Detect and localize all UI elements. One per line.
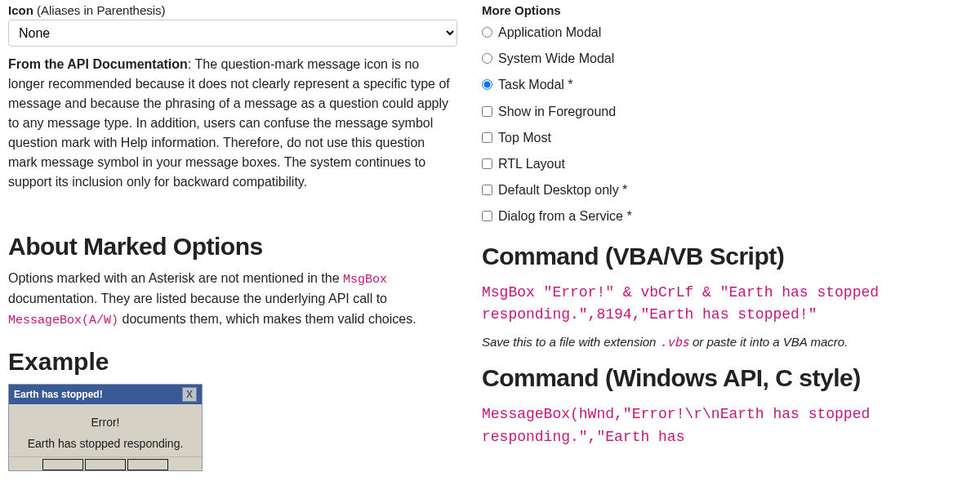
option-row: Application Modal [482, 21, 972, 43]
close-icon[interactable]: X [182, 387, 197, 402]
option-row: System Wide Modal [482, 47, 972, 69]
option-row: Task Modal * [482, 74, 972, 96]
more-options-list: Application ModalSystem Wide ModalTask M… [482, 21, 972, 228]
option-label: Application Modal [498, 21, 601, 43]
cmd-c-code: MessageBox(hWnd,"Error!\r\nEarth has sto… [482, 403, 972, 449]
icon-select[interactable]: None [8, 20, 457, 47]
option-label: Default Desktop only * [498, 179, 627, 201]
option-row: Dialog from a Service * [482, 205, 972, 227]
more-options-label: More Options [482, 3, 972, 17]
api-doc-note: From the API Documentation: The question… [8, 55, 457, 192]
about-code-msgbox: MsgBox [343, 273, 387, 287]
cmd-vba-code: MsgBox "Error!" & vbCrLf & "Earth has st… [482, 282, 972, 327]
option-checkbox[interactable] [482, 132, 492, 143]
option-label: System Wide Modal [498, 47, 614, 69]
api-doc-lead: From the API Documentation [8, 57, 188, 71]
msgbox-button[interactable] [127, 459, 168, 470]
msgbox-body: Error! Earth has stopped responding. [9, 404, 202, 457]
cmd-vba-heading: Command (VBA/VB Script) [482, 243, 972, 270]
about-heading: About Marked Options [8, 233, 457, 261]
about-paragraph: Options marked with an Asterisk are not … [8, 269, 457, 330]
option-radio[interactable] [482, 27, 492, 38]
option-row: Top Most [482, 127, 972, 149]
option-label: RTL Layout [498, 153, 565, 175]
msgbox-button[interactable] [42, 459, 83, 470]
vba-hint-2: or paste it into a VBA macro. [689, 335, 849, 349]
option-radio[interactable] [482, 53, 492, 64]
about-text-2: documentation. They are listed because t… [8, 292, 387, 305]
option-label: Dialog from a Service * [498, 205, 632, 227]
icon-label-paren: (Aliases in Parenthesis) [37, 3, 166, 17]
icon-label: Icon (Aliases in Parenthesis) [8, 3, 457, 17]
cmd-c-heading: Command (Windows API, C style) [482, 364, 972, 392]
option-label: Show in Foreground [498, 100, 616, 122]
msgbox-button[interactable] [85, 459, 126, 470]
msgbox-buttons [9, 457, 202, 470]
option-radio[interactable] [482, 79, 492, 90]
option-checkbox[interactable] [482, 106, 492, 117]
option-checkbox[interactable] [482, 158, 492, 169]
msgbox-titlebar: Earth has stopped! X [9, 385, 202, 404]
icon-label-bold: Icon [8, 3, 33, 17]
about-code-messagebox: MessageBox(A/W) [8, 314, 118, 327]
option-checkbox[interactable] [482, 185, 492, 195]
option-label: Top Most [498, 127, 551, 149]
example-heading: Example [8, 348, 457, 376]
msgbox-title-text: Earth has stopped! [14, 389, 103, 400]
about-text-3: documents them, which makes them valid c… [118, 312, 416, 326]
vba-hint: Save this to a file with extension .vbs … [482, 335, 972, 350]
vba-hint-1: Save this to a file with extension [482, 335, 660, 349]
option-label: Task Modal * [498, 74, 573, 96]
option-row: Default Desktop only * [482, 179, 972, 201]
msgbox-line1: Error! [16, 416, 195, 429]
option-row: RTL Layout [482, 153, 972, 175]
msgbox-line2: Earth has stopped responding. [16, 437, 195, 450]
example-msgbox: Earth has stopped! X Error! Earth has st… [8, 384, 203, 471]
option-row: Show in Foreground [482, 100, 972, 122]
vba-hint-code: .vbs [660, 335, 689, 350]
about-text-1: Options marked with an Asterisk are not … [8, 271, 343, 285]
more-options-label-text: More Options [482, 3, 561, 17]
option-checkbox[interactable] [482, 211, 492, 221]
api-doc-text: : The question-mark message icon is no l… [8, 57, 450, 189]
